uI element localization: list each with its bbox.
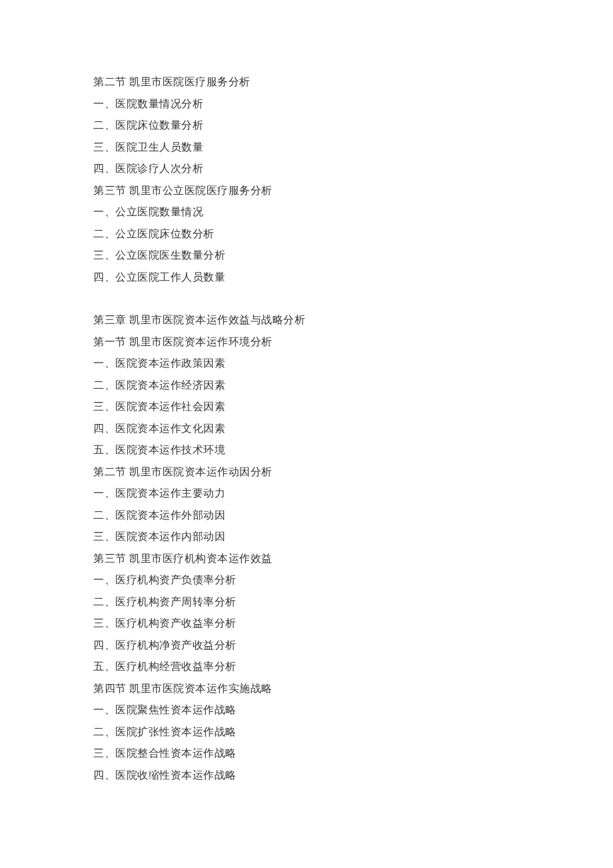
toc-line: 三、公立医院医生数量分析 — [93, 250, 520, 261]
toc-line: 二、医院资本运作经济因素 — [93, 380, 520, 391]
toc-line: 三、医疗机构资产收益率分析 — [93, 618, 520, 629]
toc-line: 三、医院资本运作社会因素 — [93, 401, 520, 412]
toc-line: 一、医院数量情况分析 — [93, 99, 520, 109]
toc-line: 第二节 凯里市医院资本运作动因分析 — [93, 467, 520, 477]
toc-line: 三、医院资本运作内部动因 — [93, 531, 520, 542]
toc-line: 第二节 凯里市医院医疗服务分析 — [93, 77, 520, 87]
toc-line: 四、医院资本运作文化因素 — [93, 423, 520, 434]
toc-line: 第一节 凯里市医院资本运作环境分析 — [93, 337, 520, 347]
toc-line: 一、医疗机构资产负债率分析 — [93, 575, 520, 585]
toc-line: 二、公立医院床位数分析 — [93, 229, 520, 239]
toc-line: 一、医院资本运作政策因素 — [93, 358, 520, 369]
toc-line: 一、医院聚焦性资本运作战略 — [93, 705, 520, 715]
document-body: 第二节 凯里市医院医疗服务分析一、医院数量情况分析二、医院床位数量分析三、医院卫… — [93, 77, 520, 781]
toc-line: 二、医院扩张性资本运作战略 — [93, 727, 520, 737]
toc-line: 四、医院收缩性资本运作战略 — [93, 770, 520, 781]
toc-line: 五、医院资本运作技术环境 — [93, 445, 520, 455]
toc-line: 第三节 凯里市公立医院医疗服务分析 — [93, 185, 520, 196]
toc-line: 三、医院整合性资本运作战略 — [93, 748, 520, 759]
toc-line: 四、医院诊疗人次分析 — [93, 163, 520, 174]
toc-line: 五、医疗机构经营收益率分析 — [93, 661, 520, 672]
toc-line: 二、医疗机构资产周转率分析 — [93, 597, 520, 607]
toc-line: 一、公立医院数量情况 — [93, 207, 520, 217]
blank-line — [93, 293, 520, 315]
toc-line: 四、公立医院工作人员数量 — [93, 272, 520, 283]
toc-line: 二、医院床位数量分析 — [93, 120, 520, 131]
toc-line: 二、医院资本运作外部动因 — [93, 510, 520, 521]
toc-line: 一、医院资本运作主要动力 — [93, 488, 520, 499]
toc-line: 四、医疗机构净资产收益分析 — [93, 640, 520, 651]
toc-line: 第三章 凯里市医院资本运作效益与战略分析 — [93, 315, 520, 325]
toc-line: 三、医院卫生人员数量 — [93, 142, 520, 153]
toc-line: 第三节 凯里市医疗机构资本运作效益 — [93, 553, 520, 564]
toc-line: 第四节 凯里市医院资本运作实施战略 — [93, 683, 520, 694]
